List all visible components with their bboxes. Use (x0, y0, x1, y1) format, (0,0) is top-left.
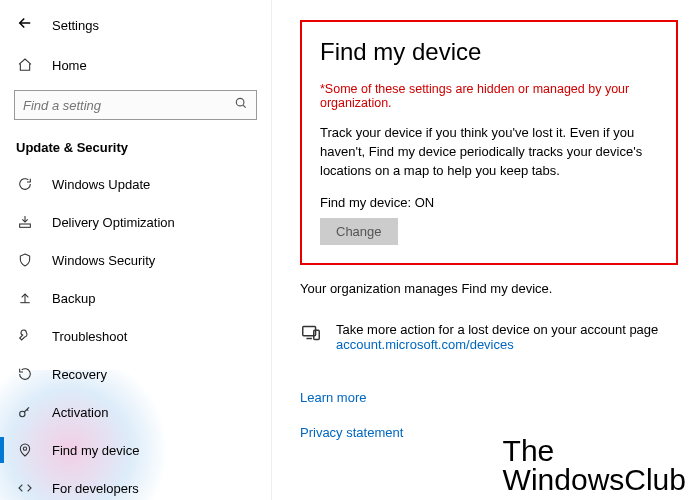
search-input[interactable] (23, 98, 234, 113)
app-label: Settings (52, 18, 99, 33)
change-button[interactable]: Change (320, 218, 398, 245)
sidebar-item-label: For developers (52, 481, 139, 496)
home-icon (16, 56, 34, 74)
status-line: Find my device: ON (320, 195, 658, 210)
wrench-icon (16, 327, 34, 345)
watermark-line1: The (503, 437, 686, 466)
sidebar-item-find-my-device[interactable]: Find my device (0, 431, 271, 469)
sidebar-header: Settings (0, 0, 271, 46)
shield-icon (16, 251, 34, 269)
section-title: Update & Security (0, 130, 271, 165)
org-warning-text: *Some of these settings are hidden or ma… (320, 82, 658, 110)
delivery-icon (16, 213, 34, 231)
back-icon[interactable] (16, 14, 34, 36)
watermark-line2: WindowsClub (503, 466, 686, 495)
sidebar-item-label: Home (52, 58, 87, 73)
sidebar-item-label: Find my device (52, 443, 139, 458)
svg-point-2 (20, 411, 25, 416)
sidebar: Settings Home Update & Security Windows … (0, 0, 272, 500)
search-icon (234, 96, 248, 114)
account-link[interactable]: account.microsoft.com/devices (336, 337, 514, 352)
device-icon (300, 322, 322, 344)
main-content: Find my device *Some of these settings a… (272, 0, 700, 500)
location-icon (16, 441, 34, 459)
svg-rect-1 (20, 224, 31, 227)
svg-point-0 (236, 98, 244, 106)
backup-icon (16, 289, 34, 307)
sidebar-item-label: Windows Security (52, 253, 155, 268)
sidebar-item-label: Delivery Optimization (52, 215, 175, 230)
sidebar-item-label: Recovery (52, 367, 107, 382)
sidebar-item-for-developers[interactable]: For developers (0, 469, 271, 500)
account-action-text: Take more action for a lost device on yo… (336, 322, 658, 352)
sidebar-item-backup[interactable]: Backup (0, 279, 271, 317)
search-box[interactable] (14, 90, 257, 120)
privacy-link[interactable]: Privacy statement (300, 425, 678, 440)
sidebar-item-label: Backup (52, 291, 95, 306)
key-icon (16, 403, 34, 421)
search-container (0, 84, 271, 130)
sidebar-item-delivery-optimization[interactable]: Delivery Optimization (0, 203, 271, 241)
account-prompt: Take more action for a lost device on yo… (336, 322, 658, 337)
sidebar-item-windows-security[interactable]: Windows Security (0, 241, 271, 279)
recovery-icon (16, 365, 34, 383)
feature-description: Track your device if you think you've lo… (320, 124, 658, 181)
code-icon (16, 479, 34, 497)
learn-more-link[interactable]: Learn more (300, 390, 678, 405)
sidebar-item-label: Windows Update (52, 177, 150, 192)
svg-rect-5 (314, 330, 320, 339)
page-title: Find my device (320, 38, 658, 66)
sidebar-item-label: Activation (52, 405, 108, 420)
highlighted-region: Find my device *Some of these settings a… (300, 20, 678, 265)
sidebar-item-windows-update[interactable]: Windows Update (0, 165, 271, 203)
sidebar-item-label: Troubleshoot (52, 329, 127, 344)
sidebar-item-recovery[interactable]: Recovery (0, 355, 271, 393)
sidebar-item-home[interactable]: Home (0, 46, 271, 84)
org-manages-text: Your organization manages Find my device… (300, 281, 678, 296)
watermark: The WindowsClub (503, 437, 686, 494)
update-icon (16, 175, 34, 193)
footer-links: Learn more Privacy statement (300, 390, 678, 440)
account-action-row: Take more action for a lost device on yo… (300, 322, 678, 352)
sidebar-item-activation[interactable]: Activation (0, 393, 271, 431)
svg-point-3 (23, 447, 26, 450)
sidebar-item-troubleshoot[interactable]: Troubleshoot (0, 317, 271, 355)
